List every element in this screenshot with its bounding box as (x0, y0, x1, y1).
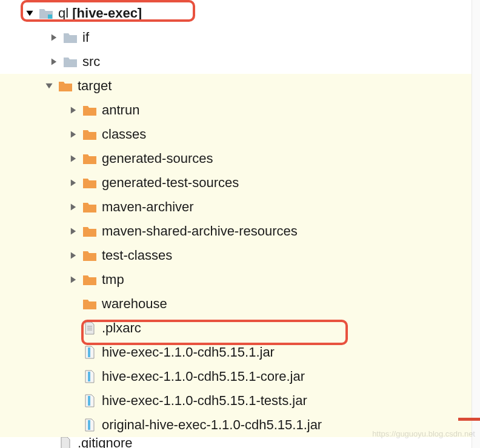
chevron-right-icon[interactable] (68, 226, 79, 237)
folder-icon (63, 55, 78, 68)
node-label: ql [hive-exec] (58, 5, 142, 21)
node-label: maven-shared-archive-resources (102, 223, 298, 239)
folder-icon (82, 128, 97, 141)
folder-icon (82, 297, 97, 311)
folder-icon (82, 152, 97, 165)
node-label: classes (102, 127, 146, 142)
node-label: if (82, 30, 89, 45)
folder-icon (82, 176, 97, 189)
file-archive-icon (82, 394, 97, 407)
project-tree: ql [hive-exec] if src targ (0, 0, 480, 448)
tree-node[interactable]: hive-exec-1.1.0-cdh5.15.1-core.jar (0, 364, 480, 389)
file-archive-icon (82, 418, 97, 432)
highlighted-region: target antrun classes (0, 74, 480, 437)
tree-node-root[interactable]: ql [hive-exec] (0, 1, 480, 25)
folder-icon (58, 79, 73, 93)
file-text-icon (82, 321, 97, 335)
node-label: original-hive-exec-1.1.0-cdh5.15.1.jar (102, 417, 322, 433)
tree-node[interactable]: generated-sources (0, 147, 480, 171)
node-label: .plxarc (102, 320, 141, 336)
tree-node[interactable]: target (0, 74, 480, 98)
chevron-right-icon[interactable] (48, 32, 59, 43)
chevron-right-icon[interactable] (68, 202, 79, 212)
svg-rect-5 (88, 372, 90, 381)
node-label: target (78, 78, 112, 94)
tree-node[interactable]: if (0, 25, 480, 50)
node-label: maven-archiver (102, 199, 194, 215)
folder-icon (82, 273, 97, 286)
svg-rect-7 (88, 420, 90, 430)
folder-icon (82, 249, 97, 262)
chevron-down-icon[interactable] (24, 8, 35, 19)
chevron-down-icon[interactable] (44, 81, 55, 91)
folder-icon (82, 200, 97, 214)
chevron-right-icon[interactable] (68, 153, 79, 164)
file-archive-icon (82, 346, 97, 359)
node-label: antrun (102, 102, 139, 118)
tree-node[interactable]: .gitignore (0, 437, 480, 448)
folder-icon (82, 225, 97, 238)
node-label: .gitignore (78, 437, 133, 448)
node-label: hive-exec-1.1.0-cdh5.15.1.jar (102, 344, 275, 360)
node-label: hive-exec-1.1.0-cdh5.15.1-core.jar (102, 369, 305, 384)
tree-node[interactable]: .plxarc (0, 316, 480, 340)
tree-node[interactable]: classes (0, 122, 480, 147)
tree-node[interactable]: maven-archiver (0, 195, 480, 219)
file-archive-icon (82, 370, 97, 383)
node-label: warehouse (102, 296, 167, 312)
chevron-right-icon[interactable] (68, 177, 79, 188)
node-label: generated-sources (102, 151, 213, 166)
tree-node[interactable]: antrun (0, 98, 480, 122)
chevron-right-icon[interactable] (68, 250, 79, 261)
module-folder-icon (39, 7, 53, 20)
tree-node[interactable]: test-classes (0, 243, 480, 268)
chevron-right-icon[interactable] (68, 105, 79, 116)
chevron-right-icon[interactable] (68, 129, 79, 140)
chevron-right-icon[interactable] (48, 56, 59, 67)
node-label: hive-exec-1.1.0-cdh5.15.1-tests.jar (102, 393, 307, 409)
tree-node[interactable]: generated-test-sources (0, 171, 480, 195)
marker-bar (458, 418, 480, 421)
tree-node[interactable]: warehouse (0, 292, 480, 316)
node-label: tmp (102, 272, 124, 288)
folder-icon (82, 104, 97, 117)
node-label: src (82, 54, 100, 70)
folder-icon (63, 31, 78, 44)
tree-node[interactable]: hive-exec-1.1.0-cdh5.15.1-tests.jar (0, 389, 480, 413)
tree-node[interactable]: src (0, 50, 480, 74)
svg-rect-4 (88, 348, 90, 357)
svg-rect-0 (48, 15, 52, 19)
tree-node[interactable]: hive-exec-1.1.0-cdh5.15.1.jar (0, 340, 480, 364)
tree-node[interactable]: tmp (0, 268, 480, 292)
node-label: generated-test-sources (102, 175, 239, 191)
chevron-right-icon[interactable] (68, 274, 79, 285)
file-text-icon (58, 437, 73, 448)
scrollbar[interactable] (472, 0, 480, 448)
svg-rect-6 (88, 396, 90, 406)
watermark: https://guguoyu.blog.csdn.net (372, 429, 475, 438)
node-label: test-classes (102, 248, 172, 263)
tree-node[interactable]: maven-shared-archive-resources (0, 219, 480, 243)
